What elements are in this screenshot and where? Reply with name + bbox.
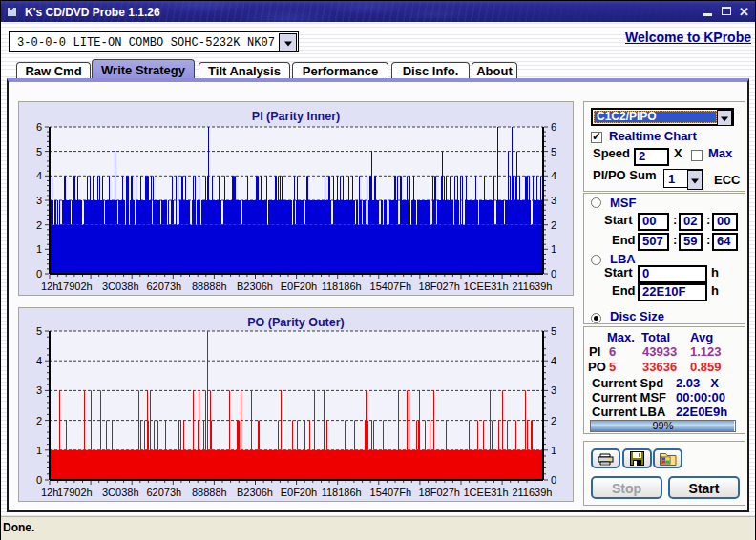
svg-text:6: 6 <box>36 121 42 133</box>
svg-text:62073h: 62073h <box>147 487 182 498</box>
svg-text:211639h: 211639h <box>512 487 552 498</box>
svg-text:1: 1 <box>36 445 42 456</box>
svg-text:0: 0 <box>551 474 556 486</box>
svg-text:5: 5 <box>36 325 42 337</box>
svg-text:15407Fh: 15407Fh <box>370 487 411 498</box>
svg-text:15407Fh: 15407Fh <box>370 280 411 292</box>
svg-text:3C038h: 3C038h <box>102 487 139 498</box>
svg-text:1: 1 <box>551 445 556 456</box>
svg-text:3: 3 <box>36 195 42 206</box>
svg-text:2: 2 <box>36 219 42 231</box>
svg-text:1CEE31h: 1CEE31h <box>464 487 509 498</box>
svg-text:18F027h: 18F027h <box>419 280 460 292</box>
svg-text:118186h: 118186h <box>322 487 362 498</box>
svg-text:2: 2 <box>551 219 556 231</box>
svg-text:4: 4 <box>36 170 42 181</box>
svg-text:6: 6 <box>551 121 556 133</box>
svg-text:118186h: 118186h <box>322 280 362 292</box>
svg-text:3: 3 <box>36 384 42 396</box>
svg-text:12h: 12h <box>41 487 58 498</box>
svg-text:E0F20h: E0F20h <box>281 487 318 498</box>
svg-text:211639h: 211639h <box>512 280 552 292</box>
svg-text:B2306h: B2306h <box>237 487 273 498</box>
svg-text:1: 1 <box>36 243 42 255</box>
svg-text:3C038h: 3C038h <box>102 280 139 292</box>
svg-text:PI (Parity Inner): PI (Parity Inner) <box>252 110 340 123</box>
svg-text:4: 4 <box>551 355 556 366</box>
svg-text:12h: 12h <box>41 280 58 292</box>
svg-text:PO (Parity Outer): PO (Parity Outer) <box>247 316 344 329</box>
svg-text:88888h: 88888h <box>192 280 227 292</box>
svg-text:17902h: 17902h <box>57 280 93 292</box>
svg-text:5: 5 <box>551 146 556 157</box>
svg-text:5: 5 <box>551 325 556 337</box>
svg-text:0: 0 <box>36 268 42 280</box>
svg-text:B2306h: B2306h <box>237 280 273 292</box>
svg-text:17902h: 17902h <box>57 487 93 498</box>
svg-text:2: 2 <box>551 415 556 426</box>
svg-text:1: 1 <box>551 243 556 255</box>
svg-text:18F027h: 18F027h <box>419 487 460 498</box>
svg-text:62073h: 62073h <box>147 280 182 292</box>
svg-text:E0F20h: E0F20h <box>281 280 318 292</box>
svg-text:4: 4 <box>36 355 42 366</box>
svg-text:1CEE31h: 1CEE31h <box>464 280 509 292</box>
svg-text:5: 5 <box>36 146 42 157</box>
svg-text:3: 3 <box>551 384 556 396</box>
svg-text:0: 0 <box>36 474 42 486</box>
svg-text:88888h: 88888h <box>192 487 227 498</box>
svg-text:4: 4 <box>551 170 556 181</box>
svg-text:2: 2 <box>36 415 42 426</box>
svg-text:0: 0 <box>551 268 556 280</box>
svg-text:3: 3 <box>551 195 556 206</box>
